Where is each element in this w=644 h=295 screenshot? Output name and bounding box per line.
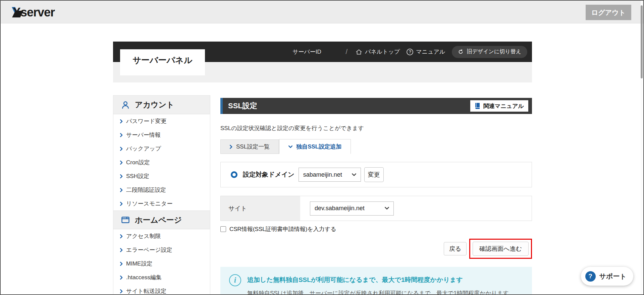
site-row: サイト dev.sabameijin.net [220, 196, 532, 221]
proceed-to-confirm-button[interactable]: 確認画面へ進む [473, 242, 529, 256]
chevron-right-icon [120, 161, 123, 165]
sidebar: アカウント パスワード変更 サーバー情報 バックアップ Cron設定 SSH設定… [113, 95, 210, 295]
sidebar-item-password-change[interactable]: パスワード変更 [113, 114, 210, 128]
sidebar-item-ssh[interactable]: SSH設定 [113, 169, 210, 183]
chevron-right-icon [120, 119, 123, 123]
book-icon [475, 103, 480, 109]
sidebar-item-two-factor[interactable]: 二段階認証設定 [113, 183, 210, 197]
chevron-right-icon [120, 133, 123, 137]
info-icon: i [229, 274, 241, 286]
manual-link[interactable]: ? マニュアル [407, 48, 445, 56]
panel-top-link[interactable]: パネルトップ [356, 48, 400, 56]
csr-row: CSR情報(SSL証明書申請情報)を入力する [220, 225, 532, 233]
xserver-logo: Xserver [13, 5, 55, 19]
red-highlight-annotation: 確認画面へ進む [469, 239, 532, 259]
sidebar-item-resource-monitor[interactable]: リソースモニター [113, 197, 210, 211]
panel-header: サーバーパネル サーバーID / パネルトップ ? マニュアル 旧デザインに切り… [113, 42, 532, 82]
support-button[interactable]: ? サポート [581, 267, 633, 286]
related-manual-button[interactable]: 関連マニュアル [470, 100, 528, 112]
home-icon [356, 49, 362, 55]
chevron-right-icon [120, 248, 123, 252]
browser-viewport: Xserver ログアウト サーバーパネル サーバーID / パネルトップ ? … [0, 0, 644, 295]
scrollbar-thumb[interactable] [641, 5, 643, 78]
select-chevron-icon [352, 173, 356, 176]
question-icon: ? [585, 271, 596, 282]
page-title-bar: SSL設定 関連マニュアル [220, 98, 532, 114]
chevron-right-icon [230, 145, 232, 149]
sidebar-item-error-page[interactable]: エラーページ設定 [113, 243, 210, 257]
info-notice: i 追加した無料独自SSLが利用可能になるまで、最大で1時間程度かかります 無料… [220, 267, 532, 295]
chevron-right-icon [120, 202, 123, 206]
chevron-right-icon [120, 276, 123, 280]
target-domain-label: 設定対象ドメイン [243, 170, 294, 179]
chevron-right-icon [120, 147, 123, 151]
sidebar-item-htaccess[interactable]: .htaccess編集 [113, 271, 210, 284]
server-id-label: サーバーID [292, 42, 321, 62]
main-content: SSL設定 関連マニュアル SSLの設定状況確認と設定の変更を行うことができます… [220, 98, 532, 295]
chevron-down-icon [288, 145, 292, 148]
back-button[interactable]: 戻る [444, 242, 467, 255]
chevron-right-icon [120, 234, 123, 238]
form-actions: 戻る 確認画面へ進む [220, 239, 532, 259]
logo-x-icon: X [13, 5, 20, 19]
page-description: SSLの設定状況確認と設定の変更を行うことができます [220, 124, 532, 132]
sidebar-item-site-transfer[interactable]: サイト転送設定 [113, 284, 210, 295]
sidebar-item-access-restriction[interactable]: アクセス制限 [113, 229, 210, 243]
chevron-right-icon [120, 262, 123, 266]
tab-ssl-list[interactable]: SSL設定一覧 [220, 139, 279, 154]
csr-checkbox-label: CSR情報(SSL証明書申請情報)を入力する [229, 225, 336, 233]
user-icon [121, 100, 130, 110]
sidebar-item-mime[interactable]: MIME設定 [113, 257, 210, 271]
tab-bar: SSL設定一覧 独自SSL設定追加 [220, 139, 532, 154]
server-panel-brand: サーバーパネル [120, 49, 205, 75]
target-domain-row: 設定対象ドメイン sabameijin.net 変更 [220, 162, 532, 187]
info-notice-body: 無料独自SSLは追加後、サーバーに設定が反映され利用可能になるまで、最大で1時間… [247, 289, 515, 295]
browser-icon [121, 215, 130, 225]
sidebar-section-account: アカウント [113, 96, 210, 114]
nav-separator: / [345, 48, 347, 56]
tab-add-ssl[interactable]: 独自SSL設定追加 [279, 139, 351, 154]
panel-header-bar: サーバーパネル サーバーID / パネルトップ ? マニュアル 旧デザインに切り… [113, 42, 532, 62]
top-bar: Xserver ログアウト [1, 1, 643, 23]
switch-old-design-button[interactable]: 旧デザインに切り替え [452, 46, 527, 58]
sidebar-section-homepage: ホームページ [113, 211, 210, 229]
refresh-icon [458, 49, 464, 55]
change-domain-button[interactable]: 変更 [364, 167, 384, 182]
domain-select[interactable]: sabameijin.net [299, 168, 361, 182]
panel-header-nav: / パネルトップ ? マニュアル 旧デザインに切り替え [345, 42, 527, 62]
sidebar-item-cron[interactable]: Cron設定 [113, 156, 210, 169]
sidebar-item-backup[interactable]: バックアップ [113, 142, 210, 156]
question-circle-icon: ? [407, 49, 413, 55]
chevron-right-icon [120, 289, 123, 293]
info-notice-title: 追加した無料独自SSLが利用可能になるまで、最大で1時間程度かかります [247, 276, 515, 284]
select-chevron-icon [385, 207, 389, 210]
chevron-right-icon [120, 174, 123, 178]
page-title: SSL設定 [228, 101, 257, 111]
chevron-right-icon [120, 188, 123, 192]
site-select[interactable]: dev.sabameijin.net [310, 201, 394, 216]
csr-checkbox[interactable] [220, 226, 226, 232]
logout-button[interactable]: ログアウト [586, 5, 631, 20]
radio-ring-icon [231, 171, 237, 178]
sidebar-item-server-info[interactable]: サーバー情報 [113, 128, 210, 142]
site-label: サイト [221, 196, 300, 221]
